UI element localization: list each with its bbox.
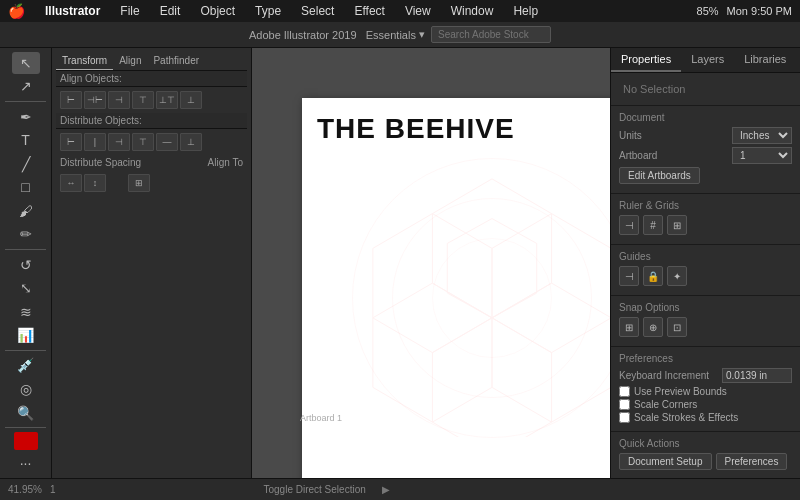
- artboard-indicator: 1: [50, 484, 56, 495]
- stock-search[interactable]: [431, 26, 551, 43]
- scale-strokes-row: Scale Strokes & Effects: [619, 412, 792, 423]
- align-right-btn[interactable]: ⊣: [108, 91, 130, 109]
- distribute-spacing-label: Distribute Spacing: [60, 157, 141, 168]
- fill-color[interactable]: [14, 432, 38, 450]
- align-objects-icons: ⊢ ⊣⊢ ⊣ ⊤ ⊥⊤ ⊥: [56, 87, 247, 113]
- units-row: Units Inches: [619, 127, 792, 144]
- snap-to-grid-icon[interactable]: ⊞: [619, 317, 639, 337]
- distribute-right-btn[interactable]: ⊣: [108, 133, 130, 151]
- align-to-selection-btn[interactable]: ⊞: [128, 174, 150, 192]
- zoom-tool[interactable]: 🔍: [12, 402, 40, 424]
- distribute-spacing-icons: ↔ ↕ ⊞: [56, 170, 247, 196]
- scale-corners-checkbox[interactable]: [619, 399, 630, 410]
- pen-tool[interactable]: ✒: [12, 106, 40, 128]
- distribute-center-h-btn[interactable]: |: [84, 133, 106, 151]
- edit-artboards-btn[interactable]: Edit Artboards: [619, 167, 700, 184]
- menu-help[interactable]: Help: [509, 4, 542, 18]
- use-preview-bounds-checkbox[interactable]: [619, 386, 630, 397]
- align-top-btn[interactable]: ⊤: [132, 91, 154, 109]
- quick-actions-buttons: Document Setup Preferences: [619, 453, 792, 470]
- keyboard-increment-label: Keyboard Increment: [619, 370, 718, 381]
- line-tool[interactable]: ╱: [12, 153, 40, 175]
- artboard-row: Artboard 1: [619, 147, 792, 164]
- menu-effect[interactable]: Effect: [350, 4, 388, 18]
- pathfinder-tab[interactable]: Pathfinder: [147, 52, 205, 70]
- use-preview-bounds-row: Use Preview Bounds: [619, 386, 792, 397]
- artboard-select[interactable]: 1: [732, 147, 792, 164]
- smart-guides-icon[interactable]: ✦: [667, 266, 687, 286]
- distribute-h-space-btn[interactable]: ↔: [60, 174, 82, 192]
- align-center-h-btn[interactable]: ⊣⊢: [84, 91, 106, 109]
- rotate-tool[interactable]: ↺: [12, 254, 40, 276]
- shape-tool[interactable]: □: [12, 176, 40, 198]
- ruler-icons-row: ⊣ # ⊞: [619, 215, 792, 235]
- graph-tool[interactable]: 📊: [12, 324, 40, 346]
- more-tools[interactable]: ···: [12, 452, 40, 474]
- tool-separator-4: [5, 427, 46, 428]
- perspective-grid-icon[interactable]: ⊞: [667, 215, 687, 235]
- scale-corners-label: Scale Corners: [634, 399, 697, 410]
- distribute-bottom-btn[interactable]: ⊥: [180, 133, 202, 151]
- distribute-left-btn[interactable]: ⊢: [60, 133, 82, 151]
- document-setup-btn[interactable]: Document Setup: [619, 453, 712, 470]
- document-section-title: Document: [619, 112, 792, 123]
- app-title: Adobe Illustrator 2019: [249, 29, 357, 41]
- pencil-tool[interactable]: ✏: [12, 223, 40, 245]
- quick-actions-title: Quick Actions: [619, 438, 792, 449]
- menu-object[interactable]: Object: [196, 4, 239, 18]
- status-bar: 41.95% 1 Toggle Direct Selection ▶: [0, 478, 800, 500]
- paintbrush-tool[interactable]: 🖌: [12, 200, 40, 222]
- distribute-v-space-btn[interactable]: ↕: [84, 174, 106, 192]
- document-section: Document Units Inches Artboard 1 Edit Ar…: [611, 106, 800, 194]
- menu-file[interactable]: File: [116, 4, 143, 18]
- libraries-tab[interactable]: Libraries: [734, 48, 796, 72]
- battery-status: 85%: [697, 5, 719, 17]
- eyedropper-tool[interactable]: 💉: [12, 355, 40, 377]
- no-selection-text: No Selection: [619, 79, 792, 99]
- keyboard-increment-input[interactable]: [722, 368, 792, 383]
- time-display: Mon 9:50 PM: [727, 5, 792, 17]
- main-layout: ↖ ↗ ✒ T ╱ □ 🖌 ✏ ↺ ⤡ ≋ 📊 💉 ◎ 🔍 ··· Transf…: [0, 48, 800, 478]
- selection-tool[interactable]: ↖: [12, 52, 40, 74]
- artboard: THE BEEHIVE: [302, 98, 610, 478]
- guides-icons-row: ⊣ 🔒 ✦: [619, 266, 792, 286]
- use-preview-bounds-label: Use Preview Bounds: [634, 386, 727, 397]
- distribute-top-btn[interactable]: ⊤: [132, 133, 154, 151]
- apple-menu[interactable]: 🍎: [8, 3, 25, 19]
- menu-window[interactable]: Window: [447, 4, 498, 18]
- units-select[interactable]: Inches: [732, 127, 792, 144]
- preferences-btn[interactable]: Preferences: [716, 453, 788, 470]
- warp-tool[interactable]: ≋: [12, 301, 40, 323]
- transform-tab[interactable]: Transform: [56, 52, 113, 70]
- align-center-v-btn[interactable]: ⊥⊤: [156, 91, 178, 109]
- keyboard-increment-row: Keyboard Increment: [619, 368, 792, 383]
- menu-select[interactable]: Select: [297, 4, 338, 18]
- app-name[interactable]: Illustrator: [41, 4, 104, 18]
- align-tab[interactable]: Align: [113, 52, 147, 70]
- scale-strokes-checkbox[interactable]: [619, 412, 630, 423]
- align-left-btn[interactable]: ⊢: [60, 91, 82, 109]
- menu-type[interactable]: Type: [251, 4, 285, 18]
- quick-actions-section: Quick Actions Document Setup Preferences: [611, 432, 800, 478]
- type-tool[interactable]: T: [12, 129, 40, 151]
- grid-icon[interactable]: #: [643, 215, 663, 235]
- blend-tool[interactable]: ◎: [12, 378, 40, 400]
- essentials-label[interactable]: Essentials: [366, 29, 416, 41]
- snap-to-pixel-icon[interactable]: ⊡: [667, 317, 687, 337]
- ruler-icon[interactable]: ⊣: [619, 215, 639, 235]
- tool-panel: ↖ ↗ ✒ T ╱ □ 🖌 ✏ ↺ ⤡ ≋ 📊 💉 ◎ 🔍 ···: [0, 48, 52, 478]
- scale-tool[interactable]: ⤡: [12, 277, 40, 299]
- align-bottom-btn[interactable]: ⊥: [180, 91, 202, 109]
- properties-tab[interactable]: Properties: [611, 48, 681, 72]
- distribute-center-v-btn[interactable]: —: [156, 133, 178, 151]
- canvas-area[interactable]: THE BEEHIVE Artboard 1: [252, 48, 610, 478]
- lock-guides-icon[interactable]: 🔒: [643, 266, 663, 286]
- scale-strokes-label: Scale Strokes & Effects: [634, 412, 738, 423]
- direct-selection-tool[interactable]: ↗: [12, 76, 40, 98]
- menu-view[interactable]: View: [401, 4, 435, 18]
- menu-edit[interactable]: Edit: [156, 4, 185, 18]
- show-guides-icon[interactable]: ⊣: [619, 266, 639, 286]
- layers-tab[interactable]: Layers: [681, 48, 734, 72]
- artboard-title-text: THE BEEHIVE: [317, 113, 515, 145]
- snap-to-point-icon[interactable]: ⊕: [643, 317, 663, 337]
